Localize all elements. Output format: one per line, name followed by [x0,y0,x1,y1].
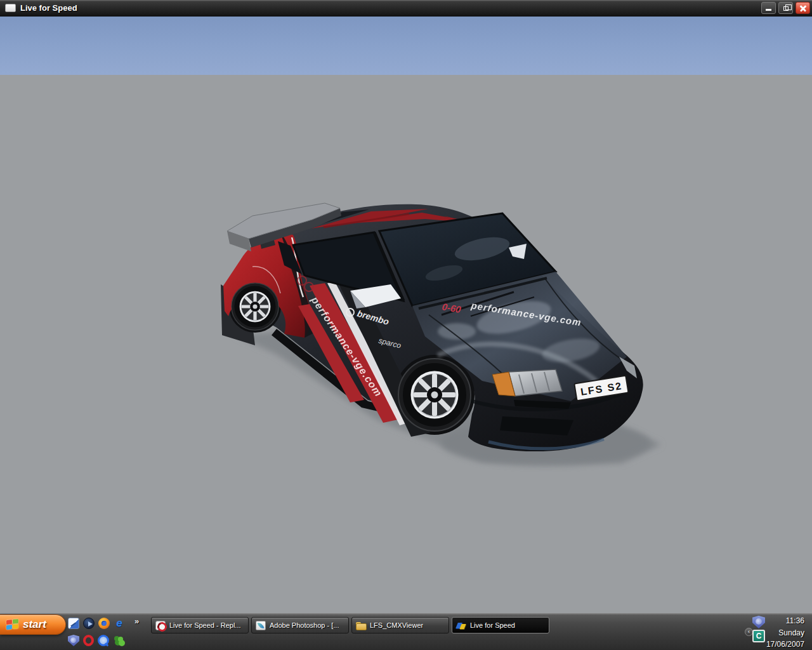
photoshop-icon [256,621,266,630]
rear-wheel [232,283,278,330]
show-desktop-icon[interactable] [68,618,79,629]
media-player-icon[interactable] [83,618,95,629]
window-titlebar: Live for Speed [0,0,812,17]
app-window-icon [5,4,16,12]
lfs-replay-icon [155,621,166,630]
headlight [509,369,562,396]
sky-horizon [0,17,812,75]
tray-clock[interactable]: 11:36 Sunday 17/06/2007 [766,615,804,650]
restore-button[interactable] [778,2,793,14]
taskbar-button-photoshop[interactable]: Adobe Photoshop - [... [251,617,349,633]
folder-icon [356,621,366,630]
start-label: start [23,618,46,631]
start-button[interactable]: start [0,614,66,635]
tray-date: 17/06/2007 [766,639,804,650]
taskbar-button-live-for-speed[interactable]: Live for Speed [452,617,549,633]
internet-explorer-icon[interactable]: e [114,618,125,629]
messenger-icon[interactable] [113,635,124,646]
desktop-screen: Live for Speed [0,0,812,650]
opera-icon[interactable] [83,635,94,646]
close-button[interactable] [796,2,810,14]
windows-flag-icon [6,618,19,630]
quick-launch-overflow-chevron[interactable]: » [134,616,139,626]
cmx-viewer-viewport[interactable]: LFS S2 [0,17,812,613]
quicktime-icon[interactable] [98,635,109,646]
taskbar-buttons: Live for Speed - Repl... Adobe Photoshop… [151,617,549,633]
minimize-button[interactable] [761,2,776,14]
taskbar: start e » Live for Speed - Repl... Adobe… [0,613,812,650]
restore-icon [783,6,789,11]
front-wheel [398,359,471,431]
tray-security-shield-icon[interactable] [752,616,765,628]
security-shield-icon[interactable] [68,635,79,646]
minimize-icon [766,9,771,11]
firefox-icon[interactable] [98,618,110,629]
car-render: LFS S2 [216,190,653,463]
tray-codec-icon[interactable]: C [752,630,765,642]
window-title: Live for Speed [20,3,77,13]
system-tray: ‹ C 11:36 Sunday 17/06/2007 [745,613,812,650]
taskbar-button-cmxviewer-folder[interactable]: LFS_CMXViewer [351,617,449,633]
taskbar-button-lfs-replay[interactable]: Live for Speed - Repl... [151,617,249,633]
tray-day: Sunday [766,627,804,639]
lfs-icon [456,621,466,630]
tray-time: 11:36 [766,615,804,627]
